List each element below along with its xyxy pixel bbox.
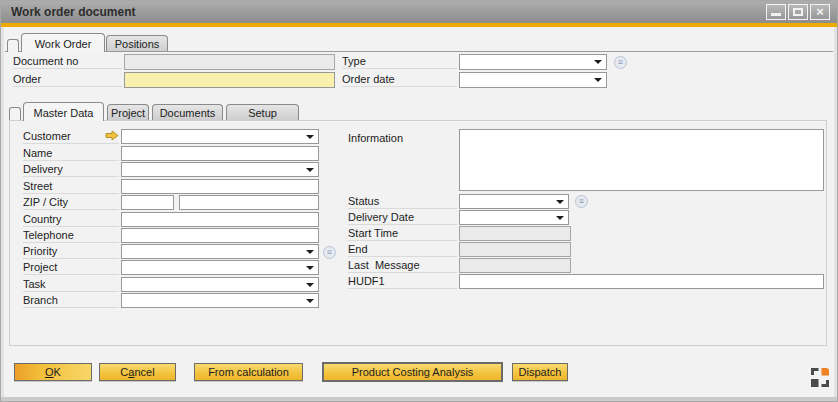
window-frame bbox=[834, 27, 837, 397]
minimize-button[interactable] bbox=[766, 4, 786, 20]
tab-project[interactable]: Project bbox=[107, 104, 149, 120]
resize-grip-icon[interactable] bbox=[811, 368, 829, 387]
dropdown-arrow-icon[interactable] bbox=[594, 60, 602, 64]
priority-value: high bbox=[137, 258, 158, 259]
hudf1-label: HUDF1 bbox=[348, 274, 457, 289]
type-dropdown[interactable]: Storage Order bbox=[459, 54, 607, 70]
tab-positions-label: Positions bbox=[115, 38, 160, 50]
task-dropdown[interactable] bbox=[121, 277, 319, 292]
document-no-label: Document no bbox=[13, 54, 122, 69]
window-frame bbox=[1, 397, 837, 401]
link-arrow-icon[interactable] bbox=[105, 130, 119, 141]
document-no-field[interactable]: 1317 bbox=[124, 54, 335, 70]
order-date-label: Order date bbox=[342, 72, 457, 87]
choose-from-list-icon[interactable]: ≡ bbox=[323, 246, 336, 259]
tab-setup-label: Setup bbox=[248, 107, 277, 119]
country-label: Country bbox=[23, 212, 119, 227]
dispatch-button[interactable]: Dispatch bbox=[512, 363, 568, 381]
start-time-value: 16.12.19 15:50 bbox=[475, 240, 548, 241]
minimize-icon bbox=[771, 13, 781, 16]
main-tab-strip-line bbox=[5, 51, 833, 52]
status-dropdown[interactable] bbox=[459, 194, 569, 209]
order-date-dropdown[interactable]: 17.12.19 bbox=[459, 72, 607, 88]
start-time-field: 16.12.19 15:50 bbox=[459, 226, 571, 241]
order-date-value: 17.12.19 bbox=[475, 87, 518, 88]
maximize-icon bbox=[793, 8, 803, 16]
dropdown-arrow-icon[interactable] bbox=[306, 299, 314, 303]
name-field[interactable] bbox=[121, 146, 319, 161]
order-field[interactable]: WH000273 bbox=[124, 72, 335, 88]
sub-tab-stub bbox=[9, 107, 21, 120]
priority-label: Priority bbox=[23, 244, 119, 259]
tab-master-data[interactable]: Master Data bbox=[23, 102, 104, 121]
priority-dropdown[interactable]: high bbox=[121, 244, 319, 259]
branch-dropdown[interactable] bbox=[121, 293, 319, 308]
telephone-label: Telephone bbox=[23, 228, 119, 243]
status-label: Status bbox=[348, 194, 457, 209]
information-label: Information bbox=[348, 131, 457, 146]
project-dropdown[interactable] bbox=[121, 260, 319, 275]
ok-button[interactable]: OK bbox=[14, 363, 92, 381]
tab-work-order-label: Work Order bbox=[35, 38, 92, 50]
main-tab-stub bbox=[7, 39, 19, 52]
tab-project-label: Project bbox=[111, 107, 145, 119]
country-field[interactable] bbox=[121, 212, 319, 227]
hudf1-field[interactable] bbox=[459, 274, 824, 289]
delivery-date-dropdown[interactable]: 17.12.19 bbox=[459, 210, 569, 225]
delivery-date-label: Delivery Date bbox=[348, 210, 457, 225]
dropdown-arrow-icon[interactable] bbox=[594, 78, 602, 82]
street-label: Street bbox=[23, 179, 119, 194]
dropdown-arrow-icon[interactable] bbox=[556, 216, 564, 220]
customer-dropdown[interactable] bbox=[121, 129, 319, 144]
accent-stripe bbox=[1, 23, 837, 27]
close-button[interactable]: × bbox=[810, 4, 830, 20]
street-field[interactable] bbox=[121, 179, 319, 194]
start-time-label: Start Time bbox=[348, 226, 457, 241]
zip-city-label: ZIP / City bbox=[23, 195, 119, 210]
dropdown-arrow-icon[interactable] bbox=[556, 200, 564, 204]
end-field: 17.12.19 15:00 bbox=[459, 242, 571, 257]
project-label: Project bbox=[23, 260, 119, 275]
city-field[interactable] bbox=[179, 195, 319, 210]
dropdown-arrow-icon[interactable] bbox=[306, 168, 314, 172]
end-value: 17.12.19 15:00 bbox=[475, 256, 548, 257]
last-message-label: Last Message bbox=[348, 258, 457, 273]
order-value: WH000273 bbox=[140, 87, 195, 88]
tab-work-order[interactable]: Work Order bbox=[21, 33, 105, 52]
tab-positions[interactable]: Positions bbox=[106, 35, 168, 51]
dropdown-arrow-icon[interactable] bbox=[306, 250, 314, 254]
telephone-field[interactable] bbox=[121, 228, 319, 243]
cancel-button[interactable]: Cancel bbox=[99, 363, 176, 381]
zip-field[interactable] bbox=[121, 195, 174, 210]
delivery-label: Delivery bbox=[23, 162, 119, 177]
work-order-document-window: Work order document × Work Order Positio… bbox=[0, 0, 838, 402]
dropdown-arrow-icon[interactable] bbox=[306, 266, 314, 270]
branch-label: Branch bbox=[23, 293, 119, 308]
tab-documents[interactable]: Documents bbox=[152, 104, 223, 120]
close-icon: × bbox=[811, 5, 829, 18]
last-message-field bbox=[459, 258, 571, 273]
tab-setup[interactable]: Setup bbox=[226, 104, 299, 120]
delivery-date-value: 17.12.19 bbox=[475, 224, 518, 225]
dropdown-arrow-icon[interactable] bbox=[306, 283, 314, 287]
type-label: Type bbox=[342, 54, 457, 69]
name-label: Name bbox=[23, 146, 119, 161]
product-costing-analysis-button[interactable]: Product Costing Analysis bbox=[323, 363, 502, 381]
title-bar[interactable]: Work order document bbox=[1, 1, 837, 23]
end-label: End bbox=[348, 242, 457, 257]
maximize-button[interactable] bbox=[788, 4, 808, 20]
choose-from-list-icon[interactable]: ≡ bbox=[614, 56, 627, 69]
tab-documents-label: Documents bbox=[160, 107, 216, 119]
delivery-dropdown[interactable] bbox=[121, 162, 319, 177]
document-no-value: 1317 bbox=[140, 69, 164, 70]
tab-master-data-label: Master Data bbox=[34, 107, 94, 119]
task-label: Task bbox=[23, 277, 119, 292]
type-value: Storage Order bbox=[475, 69, 545, 70]
information-textarea[interactable] bbox=[459, 129, 824, 191]
dropdown-arrow-icon[interactable] bbox=[306, 135, 314, 139]
order-label: Order bbox=[13, 72, 122, 87]
window-frame bbox=[1, 27, 4, 397]
from-calculation-button[interactable]: From calculation bbox=[194, 363, 303, 381]
choose-from-list-icon[interactable]: ≡ bbox=[575, 195, 588, 208]
window-title: Work order document bbox=[11, 1, 135, 23]
